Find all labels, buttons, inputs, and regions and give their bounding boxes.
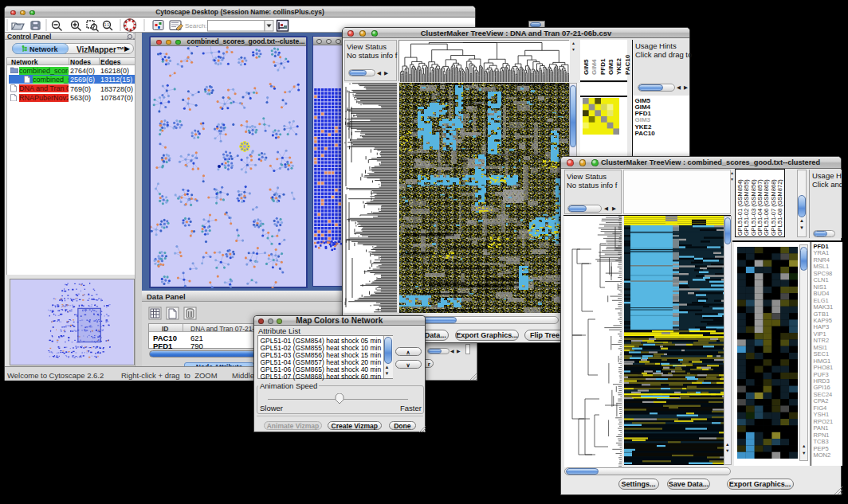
svg-text:Search:: Search:: [185, 22, 207, 29]
svg-text:1:1: 1:1: [104, 23, 110, 27]
